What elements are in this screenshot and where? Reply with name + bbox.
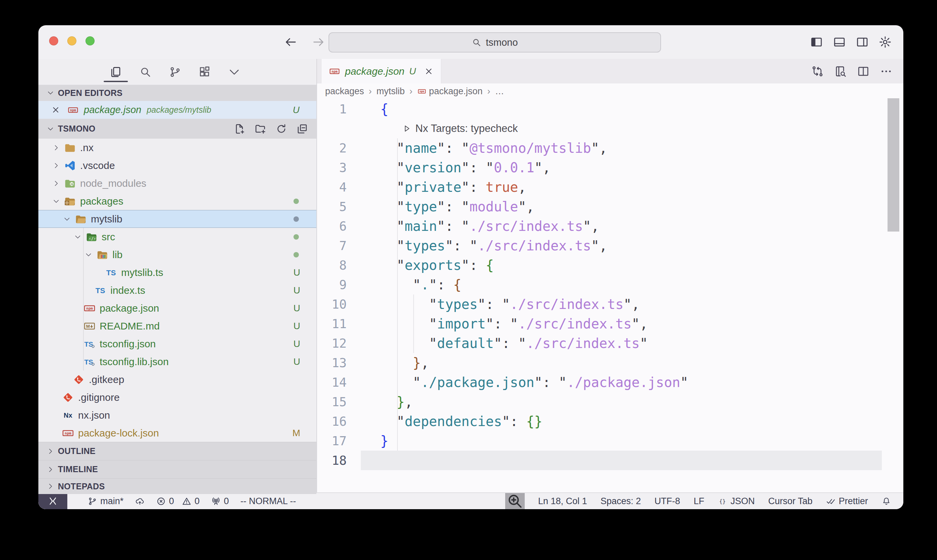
breadcrumb-item-package.json[interactable]: npmpackage.json [417,86,483,97]
tree-item-lib[interactable]: lib [38,246,316,263]
section-header-timeline[interactable]: TIMELINE [38,460,316,478]
code-line-17[interactable]: 17} [317,431,903,451]
code-line-15[interactable]: 15 }, [317,392,903,412]
tab-bar: npm package.json U [317,59,903,83]
notifications[interactable] [882,496,891,506]
command-center-search[interactable]: tsmono [328,32,661,52]
tree-item-label: .gitignore [78,392,120,403]
section-header-notepads[interactable]: NOTEPADS [38,478,316,494]
code-line-1[interactable]: 1{ [317,99,903,119]
tree-item-.gitignore[interactable]: .gitignore [38,388,316,406]
breadcrumb-item-packages[interactable]: packages [325,86,364,97]
code-line-7[interactable]: 7 "types": "./src/index.ts", [317,236,903,255]
tree-item-label: nx.json [78,409,110,421]
tree-item-mytslib.ts[interactable]: TSmytslib.tsU [38,263,316,282]
activity-files-icon[interactable] [108,65,123,79]
code-token: ": [462,179,486,195]
publish[interactable] [135,496,145,506]
problems[interactable]: 00 [156,496,200,506]
vim-mode-label: -- NORMAL -- [240,496,296,506]
tree-item-nx.json[interactable]: Nxnx.json [38,406,316,424]
tree-item-packages[interactable]: packages [38,192,316,210]
close-icon[interactable] [51,105,60,114]
minimize-window-button[interactable] [67,36,76,45]
section-label: TIMELINE [58,465,98,474]
tree-item-.vscode[interactable]: .vscode [38,157,316,174]
vim-mode[interactable]: -- NORMAL -- [240,496,296,506]
new-folder-button[interactable] [254,123,266,135]
tree-item-index.ts[interactable]: TSindex.tsU [38,282,316,299]
open-changes-button[interactable] [811,65,824,78]
refresh-button[interactable] [275,123,288,135]
zoom-window-button[interactable] [86,36,95,45]
code-token: ", [623,297,640,312]
formatter[interactable]: Prettier [826,496,868,506]
code-line-9[interactable]: 9 ".": { [317,275,903,294]
activity-search-icon[interactable] [138,65,153,79]
tree-item-src[interactable]: ‹/›src [38,228,316,246]
tree-item-tsconfig.json[interactable]: TStsconfig.jsonU [38,335,316,353]
code-line-4[interactable]: 4 "private": true, [317,177,903,197]
close-window-button[interactable] [49,36,58,45]
layout-sidebar-left-button[interactable] [810,35,823,49]
eol[interactable]: LF [694,496,705,506]
tree-item-node_modules[interactable]: JSnode_modules [38,174,316,192]
code-token: private [405,179,462,195]
code-line-8[interactable]: 8 "exports": { [317,255,903,275]
code-line-13[interactable]: 13 }, [317,353,903,372]
open-editors-header[interactable]: OPEN EDITORS [38,85,316,101]
activity-source-control-icon[interactable] [168,65,182,79]
tree-item-.gitkeep[interactable]: .gitkeep [38,371,316,388]
encoding[interactable]: UTF-8 [654,496,680,506]
workspace-name: TSMONO [58,124,95,134]
code-editor[interactable]: 1{Nx Targets: typecheck2 "name": "@tsmon… [317,99,903,492]
preview-search-button[interactable] [834,65,847,78]
code-line-10[interactable]: 10 "types": "./src/index.ts", [317,294,903,314]
layout-sidebar-right-button[interactable] [855,35,869,49]
breadcrumb-item-…[interactable]: … [495,86,504,97]
ports[interactable]: 0 [211,496,229,506]
breadcrumb-item-mytslib[interactable]: mytslib [377,86,405,97]
new-file-button[interactable] [234,123,246,135]
explorer-root-header[interactable]: TSMONO [38,119,316,138]
code-line-16[interactable]: 16 "dependencies": {} [317,412,903,431]
git-branch[interactable]: main* [88,496,123,506]
tree-item-.nx[interactable]: .nx [38,138,316,157]
code-line-6[interactable]: 6 "main": "./src/index.ts", [317,216,903,236]
gear-button[interactable] [879,35,892,49]
activity-extensions-icon[interactable] [197,65,212,79]
more-actions-button[interactable] [880,65,892,78]
zoom-indicator[interactable] [505,493,525,509]
back-button[interactable] [283,35,298,49]
code-line-14[interactable]: 14 "./package.json": "./package.json" [317,372,903,392]
section-header-outline[interactable]: OUTLINE [38,442,316,460]
tree-item-tsconfig.lib.json[interactable]: TStsconfig.lib.jsonU [38,353,316,371]
layout-panel-button[interactable] [833,35,846,49]
tree-item-README.md[interactable]: MREADME.mdU [38,317,316,335]
collapse-all-button[interactable] [296,123,308,135]
code-line-12[interactable]: 12 "default": "./src/index.ts" [317,334,903,353]
activity-chevron-down-icon[interactable] [227,65,242,79]
close-icon[interactable] [424,67,434,76]
code-line-2[interactable]: 2 "name": "@tsmono/mytslib", [317,138,903,158]
open-editor-item[interactable]: npm package.json packages/mytslib U [38,101,316,119]
indentation[interactable]: Spaces: 2 [600,496,641,506]
cursor-position[interactable]: Ln 18, Col 1 [538,496,587,506]
codelens-nx-targets[interactable]: Nx Targets: typecheck [317,119,903,138]
tree-item-mytslib[interactable]: mytslib [38,210,316,228]
code-line-11[interactable]: 11 "import": "./src/index.ts", [317,314,903,334]
code-line-18[interactable]: 18 [317,451,903,470]
code-line-5[interactable]: 5 "type": "module", [317,197,903,216]
tree-item-package.json[interactable]: npmpackage.jsonU [38,299,316,317]
remote-indicator[interactable] [38,493,67,509]
split-editor-button[interactable] [857,65,870,78]
tree-item-package-lock.json[interactable]: npmpackage-lock.jsonM [38,424,316,442]
code-token: ", [583,218,599,234]
chevron-right-icon [46,447,54,455]
tab-package-json[interactable]: npm package.json U [321,59,441,83]
code-line-3[interactable]: 3 "version": "0.0.1", [317,158,903,177]
cursor-tab[interactable]: Cursor Tab [768,496,812,506]
editor-scrollbar[interactable] [888,98,899,232]
language-mode[interactable]: {}JSON [717,496,755,506]
forward-button[interactable] [311,35,326,49]
